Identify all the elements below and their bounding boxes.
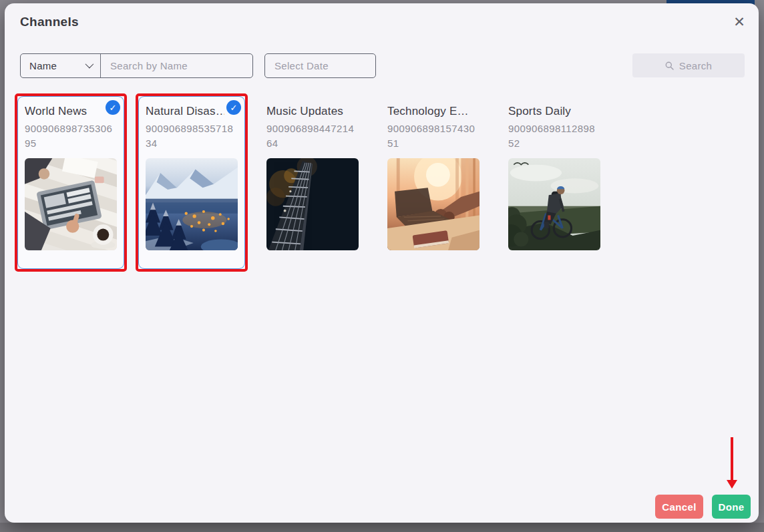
search-button[interactable]: Search <box>632 53 745 77</box>
channel-id: 90090689853571834 <box>146 121 236 151</box>
selected-check-icon: ✓ <box>106 100 120 115</box>
search-field-dropdown[interactable]: Name <box>21 54 101 77</box>
modal-title: Channels <box>20 15 79 29</box>
chevron-down-icon <box>85 59 94 68</box>
close-icon[interactable]: ✕ <box>729 12 749 32</box>
channel-id: 90090689844721464 <box>266 121 357 151</box>
channel-thumbnail-bass-guitar <box>266 158 359 250</box>
channel-card-technology[interactable]: Technology E… 90090689815743051 <box>380 96 487 269</box>
channel-name: World News <box>25 104 104 119</box>
select-date-input[interactable] <box>264 53 376 78</box>
channel-card-natural-disasters[interactable]: ✓ Natural Disas… 90090689853571834 <box>138 96 245 269</box>
selected-check-icon: ✓ <box>226 100 241 115</box>
channel-card-world-news[interactable]: ✓ World News 90090689873530695 <box>17 96 124 269</box>
done-button[interactable]: Done <box>712 495 751 519</box>
annotation-box-world-news: ✓ World News 90090689873530695 <box>15 93 127 272</box>
channel-name: Sports Daily <box>508 104 592 119</box>
channel-cell-music-updates: Music Updates 90090689844721464 <box>256 93 369 272</box>
channel-id: 90090689815743051 <box>387 121 478 151</box>
search-by-name-input[interactable] <box>101 54 252 77</box>
channel-thumbnail-mountain-biker <box>508 158 600 250</box>
channel-card-grid: ✓ World News 90090689873530695 <box>15 93 610 272</box>
channel-name: Natural Disas… <box>146 104 224 119</box>
channel-thumbnail-laptop-typing <box>387 158 480 250</box>
cancel-button[interactable]: Cancel <box>655 495 703 519</box>
channel-thumbnail-tablet-news <box>25 158 117 250</box>
modal-footer: Cancel Done <box>655 495 751 519</box>
channel-card-music-updates[interactable]: Music Updates 90090689844721464 <box>259 96 366 269</box>
channel-name: Music Updates <box>266 104 351 119</box>
channel-name: Technology E… <box>387 104 471 119</box>
search-icon <box>665 61 674 70</box>
channels-modal: Channels ✕ Name Search ✓ World News 9009… <box>5 3 759 523</box>
annotation-arrow-to-done <box>726 437 737 491</box>
page-background-behind-overlay <box>0 523 764 532</box>
channel-cell-technology: Technology E… 90090689815743051 <box>377 93 490 272</box>
channel-id: 90090689811289852 <box>508 121 599 151</box>
search-field-value: Name <box>29 60 57 71</box>
annotation-box-natural-disasters: ✓ Natural Disas… 90090689853571834 <box>136 93 248 272</box>
search-filter-group: Name <box>20 53 253 78</box>
channel-id: 90090689873530695 <box>25 121 116 151</box>
channel-thumbnail-snowy-valley <box>146 158 238 250</box>
search-button-label: Search <box>679 60 712 71</box>
channel-card-sports-daily[interactable]: Sports Daily 90090689811289852 <box>501 96 608 269</box>
filter-bar: Name Search <box>20 53 745 78</box>
channel-cell-sports-daily: Sports Daily 90090689811289852 <box>498 93 610 272</box>
